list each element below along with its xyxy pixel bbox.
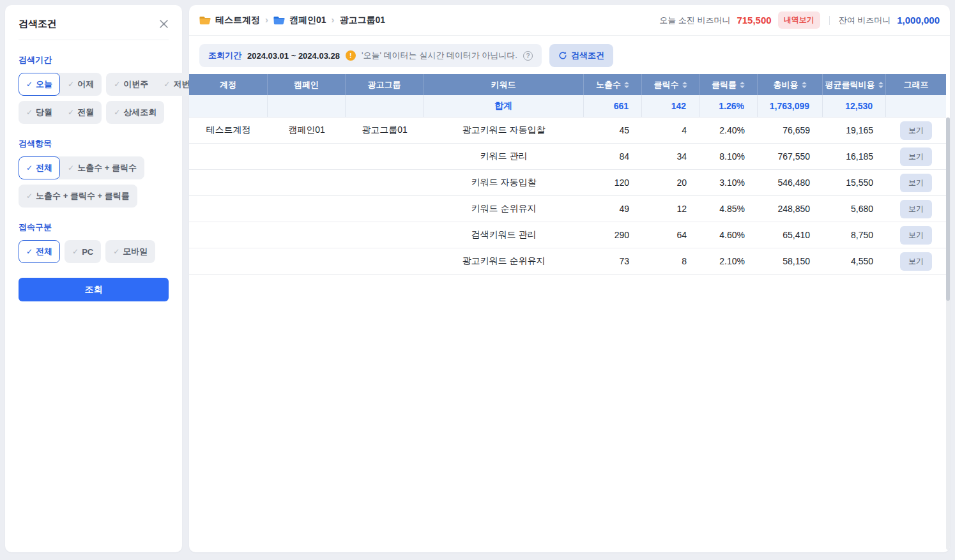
impressions-cell: 84 bbox=[584, 144, 642, 169]
breadcrumb-campaign[interactable]: 캠페인01 bbox=[273, 15, 326, 26]
view-graph-button[interactable]: 보기 bbox=[900, 174, 932, 192]
chip-last-month[interactable]: ✓전월 bbox=[60, 101, 102, 124]
campaign-cell bbox=[268, 222, 346, 248]
chip-device-mobile[interactable]: ✓모바일 bbox=[105, 240, 155, 263]
total-cost-cell: 767,550 bbox=[758, 144, 823, 169]
filter-panel-title: 검색조건 bbox=[19, 18, 57, 30]
query-info-row: 조회기간 2024.03.01 ~ 2024.03.28 ! '오늘' 데이터는… bbox=[199, 44, 940, 67]
check-icon: ✓ bbox=[26, 247, 33, 256]
total-cost-cell: 76,659 bbox=[758, 117, 823, 143]
breadcrumb-adgroup[interactable]: 광고그룹01 bbox=[340, 15, 386, 26]
section-label-device-type: 접속구분 bbox=[19, 222, 169, 233]
account-cell bbox=[189, 196, 268, 222]
col-label: 캠페인 bbox=[294, 79, 319, 91]
vertical-scrollbar-thumb[interactable] bbox=[946, 117, 950, 301]
view-graph-button[interactable]: 보기 bbox=[900, 121, 932, 140]
summary-impressions: 661 bbox=[584, 95, 642, 117]
breadcrumb: 테스트계정 › 캠페인01 › 광고그룹01 bbox=[199, 14, 385, 26]
chip-group: ✓모바일 bbox=[105, 240, 155, 263]
realtime-notice-text: '오늘' 데이터는 실시간 데이터가 아닙니다. bbox=[362, 50, 517, 61]
view-graph-button[interactable]: 보기 bbox=[900, 252, 932, 271]
adgroup-cell bbox=[346, 222, 424, 248]
search-submit-button[interactable]: 조회 bbox=[19, 278, 169, 301]
view-graph-button[interactable]: 보기 bbox=[900, 148, 932, 166]
ctr-cell: 2.10% bbox=[699, 248, 758, 274]
spent-bizmoney-value: 715,500 bbox=[737, 15, 771, 26]
search-condition-button[interactable]: 검색조건 bbox=[549, 44, 613, 67]
check-icon: ✓ bbox=[164, 80, 170, 89]
ctr-cell: 4.60% bbox=[699, 222, 758, 248]
campaign-cell bbox=[268, 170, 346, 195]
view-graph-button[interactable]: 보기 bbox=[900, 226, 932, 245]
chip-this-week[interactable]: ✓이번주 bbox=[106, 73, 156, 96]
chip-impressions-clicks[interactable]: ✓노출수 + 클릭수 bbox=[60, 156, 144, 179]
adgroup-cell bbox=[346, 170, 424, 195]
adgroup-cell bbox=[346, 248, 424, 274]
col-label: 계정 bbox=[220, 79, 236, 91]
sort-icon[interactable] bbox=[740, 82, 745, 88]
section-label-search-items: 검색항목 bbox=[19, 138, 169, 149]
vertical-scrollbar-track[interactable] bbox=[946, 117, 950, 550]
col-header-impressions[interactable]: 노출수 bbox=[584, 74, 642, 95]
close-icon[interactable] bbox=[159, 19, 169, 29]
chip-impressions-clicks-ctr[interactable]: ✓노출수 + 클릭수 + 클릭률 bbox=[19, 185, 137, 208]
col-header-avg-cpc[interactable]: 평균클릭비용 bbox=[823, 74, 886, 95]
clicks-cell: 4 bbox=[642, 117, 699, 143]
table-row: 키워드 순위유지 49 12 4.85% 248,850 5,680 보기 bbox=[189, 196, 946, 222]
ctr-cell: 4.85% bbox=[699, 196, 758, 222]
sort-icon[interactable] bbox=[802, 82, 807, 88]
remaining-bizmoney-value: 1,000,000 bbox=[897, 15, 940, 26]
chip-group: ✓PC bbox=[65, 240, 101, 263]
search-filter-panel: 검색조건 검색기간 ✓오늘 ✓어제 ✓이번주 ✓저번주 ✓당월 ✓전월 ✓상세조… bbox=[5, 5, 182, 552]
campaign-cell bbox=[268, 248, 346, 274]
chip-device-pc[interactable]: ✓PC bbox=[65, 240, 101, 263]
ctr-cell: 3.10% bbox=[699, 170, 758, 195]
divider bbox=[19, 40, 169, 40]
help-icon[interactable]: ? bbox=[523, 51, 533, 61]
sort-icon[interactable] bbox=[682, 82, 687, 88]
chip-label: 오늘 bbox=[36, 79, 52, 90]
chip-all-metrics[interactable]: ✓전체 bbox=[19, 156, 60, 179]
graph-cell: 보기 bbox=[886, 117, 946, 143]
ctr-cell: 2.40% bbox=[699, 117, 758, 143]
sort-icon[interactable] bbox=[878, 82, 883, 88]
view-graph-button[interactable]: 보기 bbox=[900, 200, 932, 218]
sort-icon[interactable] bbox=[624, 82, 629, 88]
account-cell bbox=[189, 222, 268, 248]
table-body: 테스트계정 캠페인01 광고그룹01 광고키워드 자동입찰 45 4 2.40%… bbox=[189, 117, 950, 275]
clicks-cell: 34 bbox=[642, 144, 699, 169]
chip-today[interactable]: ✓오늘 bbox=[19, 73, 60, 96]
chip-this-month[interactable]: ✓당월 bbox=[19, 101, 60, 124]
campaign-cell: 캠페인01 bbox=[268, 117, 346, 143]
check-icon: ✓ bbox=[114, 108, 120, 117]
avg-cpc-cell: 8,750 bbox=[823, 222, 886, 248]
chip-row: ✓전체 ✓노출수 + 클릭수 bbox=[19, 156, 169, 179]
account-cell bbox=[189, 170, 268, 195]
chip-label: 당월 bbox=[36, 107, 52, 118]
chip-group: ✓당월 ✓전월 bbox=[19, 101, 102, 124]
chip-label: 전체 bbox=[36, 246, 52, 257]
chip-detail-search[interactable]: ✓상세조회 bbox=[106, 101, 164, 124]
chip-row: ✓전체 ✓PC ✓모바일 bbox=[19, 240, 169, 263]
check-icon: ✓ bbox=[26, 192, 33, 201]
col-header-total-cost[interactable]: 총비용 bbox=[758, 74, 823, 95]
table-header-row: 계정 캠페인 광고그룹 키워드 노출수 클릭수 클릭률 총비용 평균클릭비용 그… bbox=[189, 74, 946, 95]
col-label: 그래프 bbox=[904, 79, 929, 91]
check-icon: ✓ bbox=[26, 108, 33, 117]
chip-group: ✓상세조회 bbox=[106, 101, 164, 124]
keyword-cell: 광고키워드 자동입찰 bbox=[424, 117, 584, 143]
chevron-right-icon: › bbox=[265, 14, 268, 26]
chip-yesterday[interactable]: ✓어제 bbox=[60, 73, 102, 96]
summary-clicks: 142 bbox=[642, 95, 699, 117]
col-label: 클릭수 bbox=[654, 79, 679, 91]
col-header-clicks[interactable]: 클릭수 bbox=[642, 74, 699, 95]
search-condition-label: 검색조건 bbox=[571, 50, 604, 61]
col-header-ctr[interactable]: 클릭률 bbox=[699, 74, 758, 95]
section-label-search-period: 검색기간 bbox=[19, 54, 169, 66]
check-icon: ✓ bbox=[72, 247, 79, 256]
breadcrumb-account[interactable]: 테스트계정 bbox=[199, 15, 260, 26]
table-row: 키워드 자동입찰 120 20 3.10% 546,480 15,550 보기 bbox=[189, 170, 946, 196]
chip-device-all[interactable]: ✓전체 bbox=[19, 240, 60, 263]
history-view-button[interactable]: 내역보기 bbox=[778, 11, 820, 29]
col-label: 노출수 bbox=[596, 79, 621, 91]
